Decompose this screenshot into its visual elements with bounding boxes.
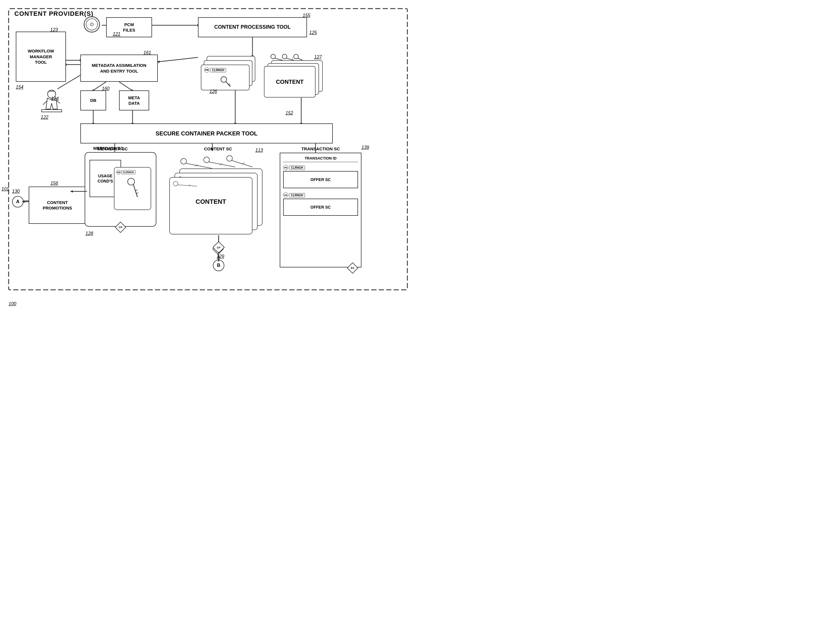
svg-line-61 [136,190,137,191]
ref-160: 160 [102,86,110,91]
svg-line-62 [136,193,138,194]
offer-sc-2-label: OFFER SC [283,199,358,216]
person-icon [40,89,63,116]
metadata-sc-section: METADATA SC USAGECOND'S PB CLRNGH [85,152,156,227]
content-promotions-box: CONTENT PROMOTIONS [29,186,86,224]
content-processing-label: CONTENT PROCESSING TOOL [214,24,291,30]
svg-point-59 [128,178,134,185]
ref-154: 154 [16,85,24,90]
diagram-container: CONTENT PROVIDER(S) PCM FILES 121 CONTEN… [0,0,420,314]
ref-122: 122 [41,115,49,120]
connector-a: A [12,196,24,207]
connector-b: B [213,260,224,271]
ref-113: 113 [255,148,263,153]
svg-line-64 [186,163,212,168]
meta-data-label: META DATA [128,95,140,106]
ref-127: 127 [314,55,322,60]
svg-rect-48 [42,110,62,112]
svg-point-53 [271,54,275,59]
disc-icon [83,16,100,33]
ref-124: 124 [51,96,59,101]
svg-line-15 [159,57,198,62]
offer-sc-1-label: OFFER SC [283,171,358,188]
db-label: DB [90,98,96,103]
content-provider-label: CONTENT PROVIDER(S) [14,10,93,17]
secure-container-box: SECURE CONTAINER PACKER TOOL [81,123,333,144]
svg-point-75 [173,181,178,186]
svg-line-67 [208,162,235,167]
ref-100: 100 [9,301,16,307]
workflow-manager-label: WORKFLOW MANAGER TOOL [28,48,54,65]
svg-point-55 [282,54,287,59]
secure-container-label: SECURE CONTAINER PACKER TOOL [155,130,257,137]
transaction-sc-title: TRANSACTION SC [280,146,362,151]
ref-101: 101 [2,186,9,192]
metadata-assimilation-box: METADATA ASSIMILATION AND ENTRY TOOL [81,55,158,82]
ref-128: 128 [85,231,93,236]
workflow-manager-box: WORKFLOW MANAGER TOOL [16,32,66,82]
svg-line-58 [298,58,303,60]
ref-161: 161 [144,50,151,55]
db-box: DB [81,90,106,111]
metadata-sc-title: METADATA SC [98,146,128,151]
content-sc-section: CONTENT SC 113 [169,146,267,239]
ref-129: 129 [216,254,224,259]
ref-130: 130 [12,189,20,194]
ref-156: 156 [51,181,58,186]
svg-line-76 [178,185,197,186]
ref-139: 139 [362,145,369,150]
svg-line-56 [286,58,294,60]
ref-123: 123 [50,27,58,32]
svg-line-54 [275,58,283,60]
content-processing-box: CONTENT PROCESSING TOOL [198,17,307,37]
pcm-files-label: PCM FILES [123,22,136,33]
metadata-assimilation-label: METADATA ASSIMILATION AND ENTRY TOOL [92,63,146,74]
ref-155: 155 [303,13,310,18]
content-inner-label: CONTENT [196,198,226,205]
ref-121: 121 [113,32,120,37]
content-sc-title: CONTENT SC [169,146,267,151]
ref-125: 125 [309,30,317,35]
meta-data-box: META DATA [119,90,149,111]
transaction-id-label: TRANSACTION ID [283,156,358,162]
ref-126: 126 [209,89,217,94]
ref-152: 152 [286,111,293,115]
svg-point-57 [294,54,298,59]
content-promotions-label: CONTENT PROMOTIONS [43,200,72,211]
transaction-sc-section: TRANSACTION SC 139 TRANSACTION ID PB CLR… [280,146,362,267]
svg-line-19 [119,82,132,90]
